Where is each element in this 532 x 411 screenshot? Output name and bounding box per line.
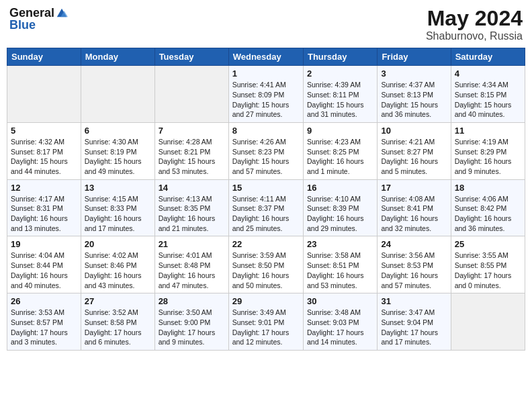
day-cell-12: 12Sunrise: 4:17 AMSunset: 8:31 PMDayligh… xyxy=(7,179,81,236)
day-cell-2: 2Sunrise: 4:39 AMSunset: 8:11 PMDaylight… xyxy=(303,66,377,123)
day-info: Sunrise: 4:39 AMSunset: 8:11 PMDaylight:… xyxy=(307,80,373,120)
day-info: Sunrise: 4:41 AMSunset: 8:09 PMDaylight:… xyxy=(232,80,300,120)
day-number: 20 xyxy=(85,239,151,249)
day-info: Sunrise: 3:52 AMSunset: 8:58 PMDaylight:… xyxy=(85,308,151,347)
day-number: 31 xyxy=(381,296,447,306)
logo: General Blue xyxy=(9,7,68,31)
day-info: Sunrise: 3:59 AMSunset: 8:50 PMDaylight:… xyxy=(232,250,300,290)
day-cell-14: 14Sunrise: 4:13 AMSunset: 8:35 PMDayligh… xyxy=(154,179,228,236)
col-header-monday: Monday xyxy=(81,48,154,66)
day-info: Sunrise: 4:06 AMSunset: 8:42 PMDaylight:… xyxy=(455,194,521,234)
day-cell-3: 3Sunrise: 4:37 AMSunset: 8:13 PMDaylight… xyxy=(378,66,451,123)
day-cell-31: 31Sunrise: 3:47 AMSunset: 9:04 PMDayligh… xyxy=(378,293,451,351)
day-number: 23 xyxy=(307,239,373,249)
empty-cell xyxy=(7,66,81,123)
day-number: 14 xyxy=(159,183,225,193)
logo-general-text: General xyxy=(9,7,54,19)
day-cell-19: 19Sunrise: 4:04 AMSunset: 8:44 PMDayligh… xyxy=(7,236,81,293)
day-number: 16 xyxy=(307,183,373,193)
col-header-saturday: Saturday xyxy=(451,48,525,66)
day-cell-10: 10Sunrise: 4:21 AMSunset: 8:27 PMDayligh… xyxy=(378,122,451,179)
day-info: Sunrise: 4:34 AMSunset: 8:15 PMDaylight:… xyxy=(455,80,521,120)
day-info: Sunrise: 3:47 AMSunset: 9:04 PMDaylight:… xyxy=(381,308,447,347)
day-cell-20: 20Sunrise: 4:02 AMSunset: 8:46 PMDayligh… xyxy=(81,236,154,293)
day-info: Sunrise: 3:53 AMSunset: 8:57 PMDaylight:… xyxy=(11,308,77,347)
day-number: 3 xyxy=(381,68,447,79)
location: Shaburnovo, Russia xyxy=(426,30,523,42)
day-info: Sunrise: 3:58 AMSunset: 8:51 PMDaylight:… xyxy=(307,250,373,290)
day-cell-11: 11Sunrise: 4:19 AMSunset: 8:29 PMDayligh… xyxy=(451,122,525,179)
day-cell-26: 26Sunrise: 3:53 AMSunset: 8:57 PMDayligh… xyxy=(7,293,81,351)
day-cell-13: 13Sunrise: 4:15 AMSunset: 8:33 PMDayligh… xyxy=(81,179,154,236)
day-info: Sunrise: 4:26 AMSunset: 8:23 PMDaylight:… xyxy=(232,137,300,177)
day-number: 26 xyxy=(11,296,77,306)
day-cell-29: 29Sunrise: 3:49 AMSunset: 9:01 PMDayligh… xyxy=(228,293,303,351)
col-header-tuesday: Tuesday xyxy=(154,48,228,66)
day-cell-4: 4Sunrise: 4:34 AMSunset: 8:15 PMDaylight… xyxy=(451,66,525,123)
day-number: 10 xyxy=(381,126,447,136)
day-cell-15: 15Sunrise: 4:11 AMSunset: 8:37 PMDayligh… xyxy=(228,179,303,236)
day-info: Sunrise: 4:28 AMSunset: 8:21 PMDaylight:… xyxy=(159,137,225,177)
day-cell-27: 27Sunrise: 3:52 AMSunset: 8:58 PMDayligh… xyxy=(81,293,154,351)
day-cell-18: 18Sunrise: 4:06 AMSunset: 8:42 PMDayligh… xyxy=(451,179,525,236)
day-number: 5 xyxy=(11,126,77,136)
calendar-table: SundayMondayTuesdayWednesdayThursdayFrid… xyxy=(7,48,525,351)
day-info: Sunrise: 4:13 AMSunset: 8:35 PMDaylight:… xyxy=(159,194,225,234)
day-number: 11 xyxy=(455,126,521,136)
day-info: Sunrise: 4:02 AMSunset: 8:46 PMDaylight:… xyxy=(85,250,151,290)
day-number: 2 xyxy=(307,68,373,79)
logo-blue-text: Blue xyxy=(9,19,68,31)
day-number: 7 xyxy=(159,126,225,136)
day-info: Sunrise: 4:23 AMSunset: 8:25 PMDaylight:… xyxy=(307,137,373,177)
day-cell-21: 21Sunrise: 4:01 AMSunset: 8:48 PMDayligh… xyxy=(154,236,228,293)
day-number: 8 xyxy=(232,126,300,136)
empty-cell xyxy=(451,293,525,351)
day-cell-24: 24Sunrise: 3:56 AMSunset: 8:53 PMDayligh… xyxy=(378,236,451,293)
day-number: 17 xyxy=(381,183,447,193)
day-cell-30: 30Sunrise: 3:48 AMSunset: 9:03 PMDayligh… xyxy=(303,293,377,351)
day-cell-6: 6Sunrise: 4:30 AMSunset: 8:19 PMDaylight… xyxy=(81,122,154,179)
day-number: 18 xyxy=(455,183,521,193)
day-cell-9: 9Sunrise: 4:23 AMSunset: 8:25 PMDaylight… xyxy=(303,122,377,179)
day-cell-1: 1Sunrise: 4:41 AMSunset: 8:09 PMDaylight… xyxy=(228,66,303,123)
day-number: 24 xyxy=(381,239,447,249)
day-cell-23: 23Sunrise: 3:58 AMSunset: 8:51 PMDayligh… xyxy=(303,236,377,293)
title-block: May 2024 Shaburnovo, Russia xyxy=(426,7,523,42)
day-cell-5: 5Sunrise: 4:32 AMSunset: 8:17 PMDaylight… xyxy=(7,122,81,179)
day-cell-28: 28Sunrise: 3:50 AMSunset: 9:00 PMDayligh… xyxy=(154,293,228,351)
day-info: Sunrise: 4:37 AMSunset: 8:13 PMDaylight:… xyxy=(381,80,447,120)
week-row-4: 19Sunrise: 4:04 AMSunset: 8:44 PMDayligh… xyxy=(7,236,525,293)
day-info: Sunrise: 4:17 AMSunset: 8:31 PMDaylight:… xyxy=(11,194,77,234)
day-cell-7: 7Sunrise: 4:28 AMSunset: 8:21 PMDaylight… xyxy=(154,122,228,179)
day-cell-8: 8Sunrise: 4:26 AMSunset: 8:23 PMDaylight… xyxy=(228,122,303,179)
day-number: 27 xyxy=(85,296,151,306)
day-number: 22 xyxy=(232,239,300,249)
empty-cell xyxy=(81,66,154,123)
day-number: 13 xyxy=(85,183,151,193)
day-info: Sunrise: 3:55 AMSunset: 8:55 PMDaylight:… xyxy=(455,250,521,290)
day-info: Sunrise: 3:49 AMSunset: 9:01 PMDaylight:… xyxy=(232,308,300,347)
day-info: Sunrise: 4:32 AMSunset: 8:17 PMDaylight:… xyxy=(11,137,77,177)
empty-cell xyxy=(154,66,228,123)
day-number: 30 xyxy=(307,296,373,306)
day-number: 19 xyxy=(11,239,77,249)
day-number: 6 xyxy=(85,126,151,136)
day-info: Sunrise: 4:21 AMSunset: 8:27 PMDaylight:… xyxy=(381,137,447,177)
day-info: Sunrise: 4:30 AMSunset: 8:19 PMDaylight:… xyxy=(85,137,151,177)
page-header: General Blue May 2024 Shaburnovo, Russia xyxy=(7,7,525,42)
day-info: Sunrise: 3:48 AMSunset: 9:03 PMDaylight:… xyxy=(307,308,373,347)
calendar-header-row: SundayMondayTuesdayWednesdayThursdayFrid… xyxy=(7,48,525,66)
month-title: May 2024 xyxy=(426,7,523,30)
day-info: Sunrise: 4:19 AMSunset: 8:29 PMDaylight:… xyxy=(455,137,521,177)
day-info: Sunrise: 4:11 AMSunset: 8:37 PMDaylight:… xyxy=(232,194,300,234)
day-cell-25: 25Sunrise: 3:55 AMSunset: 8:55 PMDayligh… xyxy=(451,236,525,293)
week-row-5: 26Sunrise: 3:53 AMSunset: 8:57 PMDayligh… xyxy=(7,293,525,351)
day-info: Sunrise: 3:56 AMSunset: 8:53 PMDaylight:… xyxy=(381,250,447,290)
day-info: Sunrise: 4:08 AMSunset: 8:41 PMDaylight:… xyxy=(381,194,447,234)
col-header-sunday: Sunday xyxy=(7,48,81,66)
day-info: Sunrise: 4:01 AMSunset: 8:48 PMDaylight:… xyxy=(159,250,225,290)
day-info: Sunrise: 4:04 AMSunset: 8:44 PMDaylight:… xyxy=(11,250,77,290)
day-cell-22: 22Sunrise: 3:59 AMSunset: 8:50 PMDayligh… xyxy=(228,236,303,293)
day-number: 28 xyxy=(159,296,225,306)
day-number: 9 xyxy=(307,126,373,136)
